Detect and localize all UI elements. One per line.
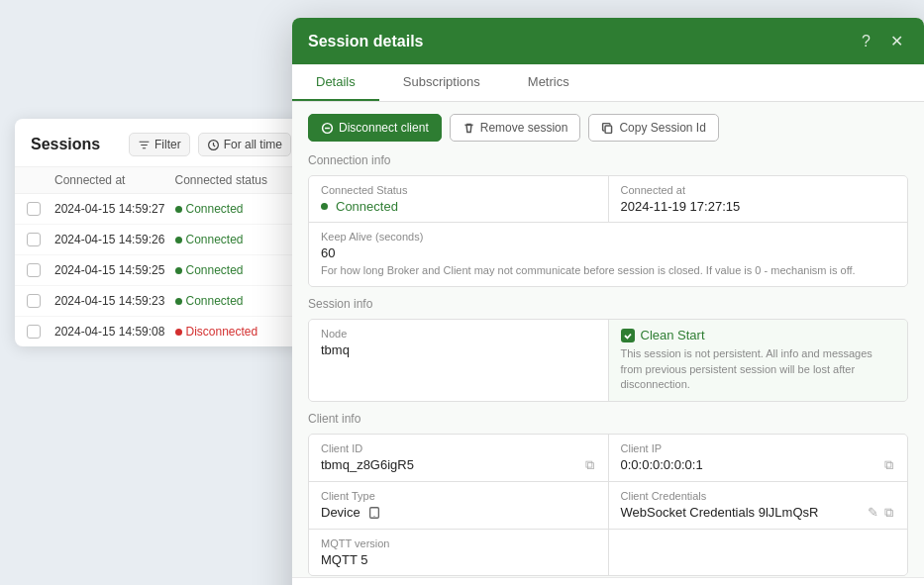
client-id-label: Client ID bbox=[321, 442, 596, 454]
copy-session-id-button[interactable]: Copy Session Id bbox=[588, 114, 718, 142]
client-credentials-row: WebSocket Credentials 9lJLmQsR ✎ ⧉ bbox=[621, 505, 896, 521]
session-status: Disconnected bbox=[175, 325, 296, 339]
sessions-table-header: Connected at Connected status bbox=[15, 167, 307, 194]
connected-status-value: Connected bbox=[321, 199, 596, 214]
client-info-section: Client info bbox=[308, 412, 908, 426]
session-date: 2024-04-15 14:59:25 bbox=[54, 263, 175, 277]
client-info-grid: Client ID tbmq_z8G6igR5 ⧉ Client IP 0:0:… bbox=[308, 434, 908, 576]
client-type-cell: Client Type Device bbox=[309, 482, 608, 529]
node-value: tbmq bbox=[321, 342, 596, 357]
modal-title: Session details bbox=[308, 33, 424, 50]
sessions-controls: Filter For all time bbox=[129, 133, 291, 156]
session-info-section: Session info bbox=[308, 297, 908, 311]
clean-start-hint: This session is not persistent. All info… bbox=[621, 346, 896, 392]
connected-at-value: 2024-11-19 17:27:15 bbox=[621, 199, 896, 214]
client-ip-label: Client IP bbox=[621, 442, 896, 454]
session-date: 2024-04-15 14:59:08 bbox=[54, 325, 175, 339]
session-date: 2024-04-15 14:59:27 bbox=[54, 202, 175, 216]
connection-info-grid: Connected Status Connected Connected at … bbox=[308, 175, 908, 287]
modal-tabs: Details Subscriptions Metrics bbox=[292, 64, 924, 102]
row-checkbox[interactable] bbox=[27, 233, 41, 246]
sessions-title: Sessions bbox=[31, 136, 100, 153]
row-checkbox[interactable] bbox=[27, 325, 41, 339]
modal-body: Disconnect client Remove session Copy Se… bbox=[292, 102, 924, 577]
node-label: Node bbox=[321, 328, 596, 340]
trash-icon bbox=[462, 122, 475, 135]
keep-alive-hint: For how long Broker and Client may not c… bbox=[321, 263, 895, 278]
disconnect-client-button[interactable]: Disconnect client bbox=[308, 114, 442, 142]
connected-at-label: Connected at bbox=[621, 184, 896, 196]
empty-cell bbox=[609, 530, 908, 575]
action-buttons: Disconnect client Remove session Copy Se… bbox=[308, 114, 908, 142]
keep-alive-cell: Keep Alive (seconds) 60 For how long Bro… bbox=[309, 223, 907, 286]
tab-metrics[interactable]: Metrics bbox=[504, 64, 593, 101]
connected-status-cell: Connected Status Connected bbox=[309, 176, 608, 222]
client-credentials-label: Client Credentials bbox=[621, 490, 896, 502]
row-checkbox[interactable] bbox=[27, 294, 41, 308]
client-type-row: Device bbox=[321, 505, 596, 521]
table-row[interactable]: 2024-04-15 14:59:26 Connected bbox=[15, 225, 307, 255]
client-id-row: tbmq_z8G6igR5 ⧉ bbox=[321, 457, 596, 473]
sessions-panel: Sessions Filter For all time Connected a… bbox=[15, 119, 307, 346]
node-cell: Node tbmq bbox=[309, 320, 608, 400]
session-status: Connected bbox=[175, 294, 296, 308]
session-status: Connected bbox=[175, 233, 296, 246]
tab-details[interactable]: Details bbox=[292, 64, 379, 101]
client-credentials-cell: Client Credentials WebSocket Credentials… bbox=[609, 482, 908, 529]
col-connected-at: Connected at bbox=[54, 173, 175, 187]
modal-header: Session details ? ✕ bbox=[292, 18, 924, 64]
client-credentials-value: WebSocket Credentials 9lJLmQsR bbox=[621, 505, 819, 520]
copy-icon bbox=[601, 122, 614, 135]
disconnect-icon bbox=[321, 122, 334, 135]
session-date: 2024-04-15 14:59:23 bbox=[54, 294, 175, 308]
table-row[interactable]: 2024-04-15 14:59:27 Connected bbox=[15, 194, 307, 225]
mqtt-version-cell: MQTT version MQTT 5 bbox=[309, 530, 608, 575]
connected-status-label: Connected Status bbox=[321, 184, 596, 196]
session-info-grid: Node tbmq Clean Start This session is no… bbox=[308, 319, 908, 401]
filter-icon bbox=[138, 139, 151, 151]
client-ip-row: 0:0:0:0:0:0:0:1 ⧉ bbox=[621, 457, 896, 473]
svg-rect-6 bbox=[606, 126, 613, 133]
session-details-modal: Session details ? ✕ Details Subscription… bbox=[292, 18, 924, 585]
modal-footer: Cancel Update bbox=[292, 577, 924, 585]
client-type-label: Client Type bbox=[321, 490, 596, 502]
client-id-cell: Client ID tbmq_z8G6igR5 ⧉ bbox=[309, 435, 608, 481]
table-row[interactable]: 2024-04-15 14:59:08 Disconnected bbox=[15, 317, 307, 346]
mqtt-version-label: MQTT version bbox=[321, 537, 596, 549]
connection-info-section: Connection info bbox=[308, 153, 908, 167]
client-id-value: tbmq_z8G6igR5 bbox=[321, 457, 414, 472]
copy-credentials-button[interactable]: ⧉ bbox=[882, 505, 895, 521]
client-type-value: Device bbox=[321, 505, 381, 521]
session-date: 2024-04-15 14:59:26 bbox=[54, 233, 175, 246]
client-ip-cell: Client IP 0:0:0:0:0:0:0:1 ⧉ bbox=[609, 435, 908, 481]
help-button[interactable]: ? bbox=[857, 31, 875, 52]
session-status: Connected bbox=[175, 202, 296, 216]
remove-session-button[interactable]: Remove session bbox=[450, 114, 581, 142]
clean-start-checkbox[interactable] bbox=[621, 329, 635, 342]
col-status: Connected status bbox=[175, 173, 296, 187]
copy-client-id-button[interactable]: ⧉ bbox=[583, 457, 596, 473]
time-filter-button[interactable]: For all time bbox=[198, 133, 291, 156]
sessions-header: Sessions Filter For all time bbox=[15, 119, 307, 167]
copy-client-ip-button[interactable]: ⧉ bbox=[882, 457, 895, 473]
edit-credentials-button[interactable]: ✎ bbox=[866, 505, 880, 521]
mqtt-version-value: MQTT 5 bbox=[321, 552, 596, 567]
tab-subscriptions[interactable]: Subscriptions bbox=[379, 64, 504, 101]
close-button[interactable]: ✕ bbox=[885, 30, 908, 52]
session-status: Connected bbox=[175, 263, 296, 277]
client-ip-value: 0:0:0:0:0:0:0:1 bbox=[621, 457, 703, 472]
clean-start-label: Clean Start bbox=[621, 328, 896, 342]
keep-alive-value: 60 bbox=[321, 245, 895, 260]
row-checkbox[interactable] bbox=[27, 202, 41, 216]
keep-alive-label: Keep Alive (seconds) bbox=[321, 231, 895, 243]
table-row[interactable]: 2024-04-15 14:59:23 Connected bbox=[15, 286, 307, 317]
device-icon bbox=[367, 506, 381, 520]
connected-at-cell: Connected at 2024-11-19 17:27:15 bbox=[609, 176, 908, 222]
clock-icon bbox=[207, 139, 220, 151]
filter-button[interactable]: Filter bbox=[129, 133, 190, 156]
modal-header-actions: ? ✕ bbox=[857, 30, 908, 52]
table-row[interactable]: 2024-04-15 14:59:25 Connected bbox=[15, 255, 307, 286]
clean-start-cell: Clean Start This session is not persiste… bbox=[609, 320, 908, 400]
row-checkbox[interactable] bbox=[27, 263, 41, 277]
